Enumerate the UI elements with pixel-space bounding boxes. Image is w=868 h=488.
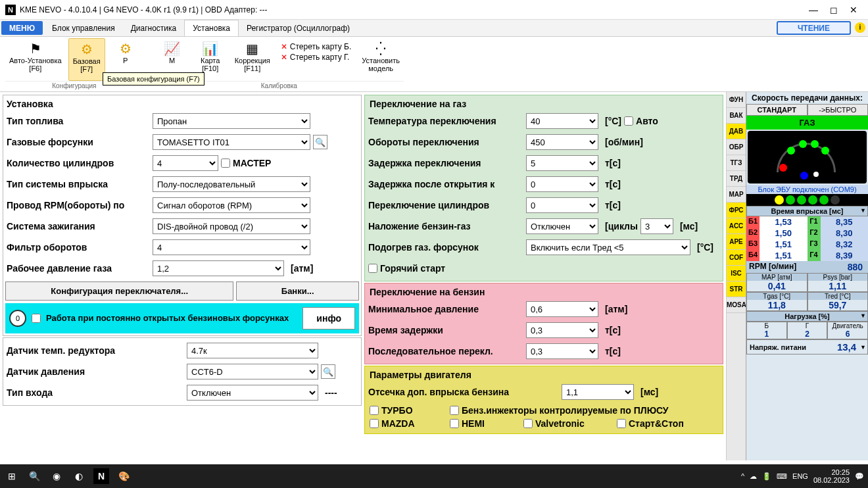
- constant-open-check[interactable]: [32, 314, 41, 323]
- injection-sys-select[interactable]: Полу-последовательный: [153, 176, 310, 192]
- petrol-delay-select[interactable]: 0,3: [526, 322, 598, 338]
- cutoff-select[interactable]: 1,1: [562, 384, 634, 400]
- side-tab-map[interactable]: MAP: [727, 187, 746, 203]
- maximize-icon[interactable]: ◻: [830, 5, 838, 15]
- edge-icon[interactable]: ◐: [71, 468, 87, 484]
- keyboard-icon[interactable]: ⌨: [777, 472, 787, 481]
- open-delay-select[interactable]: 0: [526, 176, 598, 192]
- injection-header[interactable]: Время впрыска [мс]▼: [746, 206, 868, 216]
- minimize-icon[interactable]: —: [809, 5, 818, 15]
- pin-icon: ⚙: [81, 41, 93, 57]
- seq-switch-select[interactable]: 0,3: [526, 343, 598, 359]
- min-pressure-select[interactable]: 0,6: [526, 301, 598, 317]
- app-logo: N: [5, 5, 16, 15]
- switch-delay-select[interactable]: 5: [526, 155, 598, 171]
- info-button[interactable]: инфо: [302, 307, 355, 329]
- ribbon-set-model[interactable]: ⁛Установить модель: [358, 38, 404, 81]
- speed-fast[interactable]: ->БЫСТРО: [808, 104, 869, 116]
- menu-button[interactable]: МЕНЮ: [1, 21, 43, 35]
- taskbar: ⊞ 🔍 ◉ ◐ N 🎨 ^ ☁ 🔋 ⌨ ENG 20:2508.02.2023 …: [0, 464, 868, 488]
- search-icon[interactable]: 🔍: [313, 135, 327, 149]
- side-tab-фун[interactable]: ФУН: [727, 92, 746, 108]
- cloud-icon[interactable]: ☁: [750, 472, 757, 481]
- fuel-select[interactable]: Пропан: [153, 113, 310, 129]
- switch-rpm-select[interactable]: 450: [526, 134, 598, 150]
- search-icon[interactable]: 🔍: [26, 468, 42, 484]
- injector-label: Газовые форсунки: [7, 137, 150, 147]
- read-button[interactable]: ЧТЕНИЕ: [777, 21, 851, 35]
- side-tabs: ФУНВАКДАВОБРТГЗТРДMAPФРСACCAPECOFISCSTRM…: [726, 92, 746, 460]
- valvetronic-check[interactable]: Valvetronic: [523, 418, 609, 429]
- erase-map-g[interactable]: ✕Стереть карту Г.: [281, 53, 352, 62]
- input-type-select[interactable]: Отключен: [187, 385, 318, 401]
- side-tab-вак[interactable]: ВАК: [727, 108, 746, 124]
- side-tab-фрс[interactable]: ФРС: [727, 203, 746, 218]
- master-check[interactable]: МАСТЕР: [221, 158, 271, 168]
- help-icon[interactable]: i: [855, 22, 865, 33]
- engine-params-panel: Параметры двигателя Отсечка доп. впрыска…: [364, 366, 723, 434]
- erase-map-b[interactable]: ✕Стереть карту Б.: [281, 42, 352, 51]
- notification-icon[interactable]: 💬: [855, 472, 864, 481]
- tray-up-icon[interactable]: ^: [741, 472, 744, 480]
- heat-select[interactable]: Включить если Тред <5: [526, 239, 690, 255]
- overlap-select[interactable]: Отключен: [526, 218, 598, 234]
- load-header[interactable]: Нагрузка [%]▼: [746, 311, 868, 322]
- tab-recorder[interactable]: Регистратор (Осциллограф): [239, 20, 358, 36]
- overlap-cycles-select[interactable]: 3: [640, 218, 673, 234]
- mazda-check[interactable]: MAZDA: [370, 418, 442, 429]
- paint-icon[interactable]: 🎨: [116, 468, 132, 484]
- start-icon[interactable]: ⊞: [4, 468, 20, 484]
- voltage-row: Напряж. питани13,4▼: [746, 339, 868, 354]
- plus-injectors-check[interactable]: Бенз.инжекторы контролируемые по ПЛЮСУ: [450, 405, 700, 416]
- pressure-sensor-select[interactable]: CCT6-D: [187, 364, 318, 379]
- side-tab-дав[interactable]: ДАВ: [727, 124, 746, 139]
- switch-temp-select[interactable]: 40: [526, 113, 598, 129]
- side-tab-str[interactable]: STR: [727, 281, 746, 297]
- lang-indicator[interactable]: ENG: [792, 472, 808, 480]
- side-tab-трд[interactable]: ТРД: [727, 171, 746, 187]
- hot-start-check[interactable]: Горячий старт: [368, 263, 445, 274]
- injector-select[interactable]: TOMASETTO IT01: [153, 134, 310, 150]
- menubar: МЕНЮ Блок управления Диагностика Установ…: [0, 20, 868, 37]
- ribbon-base[interactable]: ⚙Базовая [F7]: [68, 38, 105, 81]
- x-icon: ✕: [281, 42, 287, 51]
- install-panel: Установка Тип топливаПропан Газовые форс…: [3, 95, 362, 336]
- gauge: [748, 131, 867, 183]
- close-icon[interactable]: ✕: [850, 5, 857, 15]
- turbo-check[interactable]: ТУРБО: [370, 405, 442, 416]
- chart-icon: 📊: [202, 41, 218, 57]
- speed-standard[interactable]: СТАНДАРТ: [746, 104, 808, 116]
- side-tab-тгз[interactable]: ТГЗ: [727, 155, 746, 171]
- auto-check[interactable]: Авто: [624, 116, 658, 126]
- startstop-check[interactable]: Старт&Стоп: [617, 418, 684, 429]
- gas-status: ГАЗ: [746, 116, 868, 130]
- side-tab-cof[interactable]: COF: [727, 250, 746, 266]
- side-tab-ape[interactable]: APE: [727, 234, 746, 250]
- rpm-wire-select[interactable]: Сигнал оборотов (RPM): [153, 197, 310, 213]
- app-icon[interactable]: N: [93, 468, 109, 484]
- ribbon-correction[interactable]: ▦Коррекция [F11]: [231, 38, 274, 81]
- tab-installation[interactable]: Установка: [184, 20, 239, 36]
- cylinders-select[interactable]: 4: [153, 155, 218, 171]
- cyl-switch-select[interactable]: 0: [526, 197, 598, 213]
- pressure-select[interactable]: 1,2: [153, 260, 284, 276]
- fuel-label: Тип топлива: [7, 116, 150, 126]
- temp-sensor-select[interactable]: 4.7к: [187, 343, 318, 358]
- tab-control-unit[interactable]: Блок управления: [44, 20, 123, 36]
- battery-icon[interactable]: 🔋: [762, 472, 771, 481]
- tab-diagnostics[interactable]: Диагностика: [123, 20, 185, 36]
- chrome-icon[interactable]: ◉: [49, 468, 64, 484]
- filter-select[interactable]: 4: [153, 239, 310, 255]
- side-tab-isc[interactable]: ISC: [727, 266, 746, 281]
- side-tab-mosa[interactable]: MOSA: [727, 297, 746, 313]
- side-tab-acc[interactable]: ACC: [727, 218, 746, 234]
- banks-button[interactable]: Банки...: [236, 281, 359, 301]
- search-icon[interactable]: 🔍: [321, 364, 335, 379]
- status-panel: Скорость передачи данных: СТАНДАРТ->БЫСТ…: [746, 92, 868, 460]
- ignition-select[interactable]: DIS-двойной провод (/2): [153, 218, 310, 234]
- switch-config-button[interactable]: Конфигурация переключателя...: [5, 281, 233, 301]
- ribbon-auto-install[interactable]: ⚑Авто-Установка [F6]: [5, 38, 66, 81]
- clock[interactable]: 20:2508.02.2023: [813, 468, 850, 484]
- side-tab-обр[interactable]: ОБР: [727, 139, 746, 155]
- hemi-check[interactable]: HEMI: [450, 418, 516, 429]
